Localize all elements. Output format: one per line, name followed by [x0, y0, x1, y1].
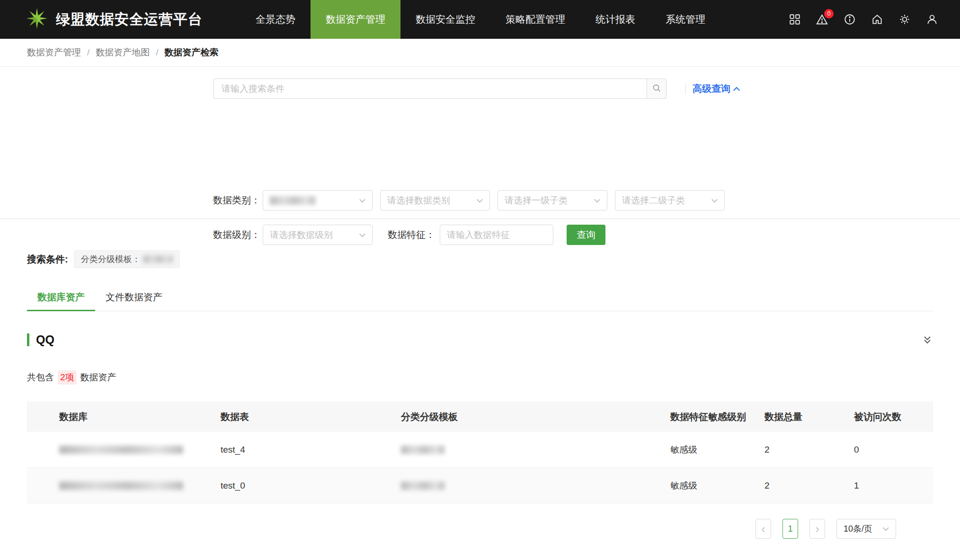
header-cell-table: 数据表 — [221, 411, 401, 423]
breadcrumb: 数据资产管理 / 数据资产地图 / 数据资产检索 — [0, 39, 960, 67]
cell-visits: 0 — [854, 445, 933, 455]
template-select[interactable] — [263, 190, 373, 210]
group-card-header: QQ — [27, 333, 933, 347]
top-navbar: 绿盟数据安全运营平台 全景态势 数据资产管理 数据安全监控 策略配置管理 统计报… — [0, 0, 960, 39]
advanced-query-label: 高级查询 — [693, 82, 730, 95]
chevron-down-icon — [594, 196, 600, 202]
nav-item-data-asset-management[interactable]: 数据资产管理 — [311, 0, 400, 39]
cell-sensitivity: 敏感级 — [670, 444, 764, 456]
select-placeholder: 请选择数据级别 — [270, 229, 333, 241]
header-cell-visits: 被访问次数 — [854, 411, 933, 423]
table-header: 数据库 数据表 分类分级模板 数据特征敏感级别 数据总量 被访问次数 — [27, 402, 933, 432]
summary-text: 共包含 2项 数据资产 — [27, 370, 933, 385]
cell-sensitivity: 敏感级 — [670, 480, 764, 492]
breadcrumb-item[interactable]: 数据资产地图 — [96, 46, 150, 59]
filter-row: 搜索条件: 分类分级模板： — [27, 250, 933, 268]
redacted-tag-value — [143, 255, 173, 263]
filter-tag: 分类分级模板： — [74, 250, 180, 268]
gear-icon[interactable] — [898, 13, 911, 26]
feature-label: 数据特征： — [388, 228, 435, 241]
group-title: QQ — [36, 333, 54, 347]
category-select[interactable]: 请选择数据类别 — [380, 190, 490, 210]
summary-prefix: 共包含 — [27, 371, 54, 384]
chevron-down-icon — [711, 196, 718, 202]
nav-item-policy-config[interactable]: 策略配置管理 — [490, 0, 580, 39]
cell-database — [59, 445, 221, 455]
cell-total: 2 — [764, 481, 854, 491]
cell-table-name: test_4 — [221, 445, 401, 455]
summary-count-badge: 2项 — [58, 370, 77, 385]
brand: 绿盟数据安全运营平台 — [24, 8, 203, 31]
search-icon — [651, 83, 662, 95]
level-select[interactable]: 请选择数据级别 — [263, 225, 373, 245]
page-size-select[interactable]: 10条/页 — [836, 519, 896, 539]
query-button[interactable]: 查询 — [567, 225, 605, 245]
table-row: test_4 敏感级 2 0 — [27, 432, 933, 468]
nav-item-system-management[interactable]: 系统管理 — [650, 0, 720, 39]
redacted-selected-value — [270, 196, 315, 205]
breadcrumb-item[interactable]: 数据资产管理 — [27, 46, 81, 59]
divider — [685, 83, 686, 95]
nav-item-data-security-monitor[interactable]: 数据安全监控 — [400, 0, 490, 39]
cell-total: 2 — [764, 445, 854, 455]
header-cell-total: 数据总量 — [764, 411, 854, 423]
breadcrumb-item-current: 数据资产检索 — [165, 46, 219, 59]
page-size-value: 10条/页 — [844, 523, 872, 534]
header-cell-sensitivity: 数据特征敏感级别 — [670, 411, 764, 423]
chevron-down-icon — [477, 196, 483, 202]
subclass-level2-select[interactable]: 请选择二级子类 — [615, 190, 725, 210]
tab-file-assets[interactable]: 文件数据资产 — [95, 286, 173, 311]
brand-logo-icon — [24, 8, 50, 31]
feature-input[interactable] — [440, 225, 553, 245]
nav-item-reports[interactable]: 统计报表 — [580, 0, 650, 39]
nav-menu: 全景态势 数据资产管理 数据安全监控 策略配置管理 统计报表 系统管理 — [240, 0, 720, 39]
level-label: 数据级别： — [213, 228, 256, 241]
select-placeholder: 请选择数据类别 — [387, 194, 450, 207]
category-label: 数据类别： — [213, 194, 256, 207]
chevron-down-icon — [359, 231, 365, 237]
cell-visits: 1 — [854, 481, 933, 491]
header-cell-database: 数据库 — [59, 411, 221, 423]
cell-template — [401, 481, 670, 491]
summary-suffix: 数据资产 — [80, 371, 116, 384]
user-icon[interactable] — [925, 13, 938, 26]
cell-template — [401, 445, 670, 455]
apps-grid-icon[interactable] — [788, 13, 801, 26]
data-table: 数据库 数据表 分类分级模板 数据特征敏感级别 数据总量 被访问次数 test_… — [27, 402, 933, 504]
page-number-button[interactable]: 1 — [782, 519, 798, 539]
alert-triangle-icon[interactable]: 0 — [816, 13, 828, 26]
nav-icons: 0 — [788, 13, 960, 26]
tabs: 数据库资产 文件数据资产 — [27, 286, 933, 311]
group-accent-bar — [27, 333, 29, 346]
subclass-level1-select[interactable]: 请选择一级子类 — [498, 190, 607, 210]
results-section: 搜索条件: 分类分级模板： 数据库资产 文件数据资产 QQ 共包含 2项 数据资… — [0, 250, 960, 539]
next-page-button[interactable]: › — [809, 519, 825, 539]
breadcrumb-separator: / — [156, 47, 158, 58]
double-chevron-down-icon[interactable] — [922, 334, 933, 346]
chevron-up-icon — [733, 87, 740, 93]
chevron-down-icon — [359, 196, 365, 202]
redacted-database-name — [59, 446, 183, 454]
tab-database-assets[interactable]: 数据库资产 — [27, 286, 95, 311]
header-cell-template: 分类分级模板 — [401, 411, 670, 423]
search-input[interactable] — [213, 79, 647, 99]
cell-database — [59, 481, 221, 491]
info-circle-icon[interactable] — [843, 13, 856, 26]
redacted-template-name — [401, 481, 444, 490]
select-placeholder: 请选择一级子类 — [505, 194, 568, 207]
search-panel: 高级查询 数据类别： 请选择数据类别 请选择一级子类 请选择二级子类 数据级别：… — [0, 67, 960, 219]
brand-title: 绿盟数据安全运营平台 — [56, 10, 203, 29]
nav-item-overview[interactable]: 全景态势 — [240, 0, 311, 39]
redacted-database-name — [59, 481, 183, 490]
select-placeholder: 请选择二级子类 — [622, 194, 685, 207]
breadcrumb-separator: / — [87, 47, 89, 58]
advanced-query-link[interactable]: 高级查询 — [693, 82, 739, 95]
pagination: ‹ 1 › 10条/页 — [27, 519, 896, 539]
home-icon[interactable] — [871, 13, 883, 26]
prev-page-button[interactable]: ‹ — [756, 519, 771, 539]
filter-label: 搜索条件: — [27, 253, 68, 266]
search-button[interactable] — [647, 79, 667, 99]
cell-table-name: test_0 — [221, 481, 401, 491]
alert-badge: 0 — [824, 9, 834, 18]
filter-tag-prefix: 分类分级模板： — [81, 254, 141, 265]
